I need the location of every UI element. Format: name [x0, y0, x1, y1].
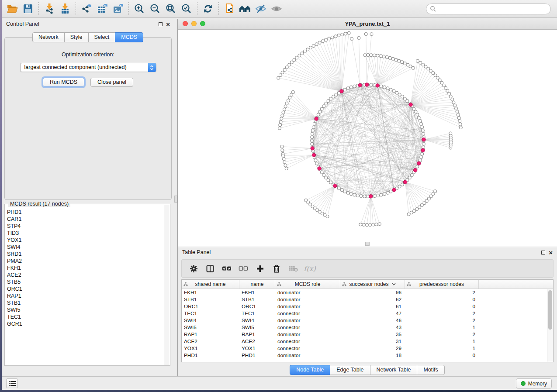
network-node[interactable]	[328, 37, 331, 40]
export-image-button[interactable]	[110, 1, 126, 16]
mcds-hub-node[interactable]	[369, 195, 373, 198]
table-row[interactable]: ORC1ORC1dominator610	[182, 303, 547, 310]
deselect-all-button[interactable]	[238, 263, 249, 274]
network-node[interactable]	[350, 38, 353, 41]
table-scrollbar[interactable]	[547, 289, 553, 362]
table-row[interactable]: SWI4SWI4dominator462	[182, 317, 547, 324]
network-node[interactable]	[347, 31, 350, 34]
network-node[interactable]	[285, 66, 288, 69]
network-node[interactable]	[321, 40, 324, 43]
mcds-hub-node[interactable]	[365, 83, 369, 86]
mcds-result-item[interactable]: GCR1	[5, 320, 164, 327]
table-row[interactable]: PHD1PHD1dominator180	[182, 352, 547, 359]
network-node[interactable]	[284, 164, 287, 167]
tab-motifs[interactable]: Motifs	[417, 365, 444, 375]
mcds-hub-node[interactable]	[358, 83, 362, 87]
network-node[interactable]	[309, 46, 312, 49]
network-node[interactable]	[359, 223, 362, 226]
table-row[interactable]: ACE2ACE2connector311	[182, 338, 547, 345]
network-node[interactable]	[312, 126, 315, 129]
network-node[interactable]	[379, 55, 382, 58]
network-node[interactable]	[443, 84, 446, 87]
network-node[interactable]	[343, 88, 346, 91]
network-node[interactable]	[282, 157, 285, 160]
close-panel-icon[interactable]: ×	[549, 251, 553, 254]
tab-network-table[interactable]: Network Table	[370, 365, 418, 375]
network-node[interactable]	[386, 87, 389, 90]
network-node[interactable]	[281, 71, 284, 74]
table-settings-button[interactable]	[188, 263, 199, 274]
network-node[interactable]	[340, 189, 343, 192]
show-all-button[interactable]	[269, 1, 284, 16]
network-node[interactable]	[298, 54, 301, 57]
network-node[interactable]	[335, 93, 338, 96]
mcds-result-item[interactable]: PMA2	[5, 258, 164, 265]
network-node[interactable]	[448, 92, 451, 95]
network-node[interactable]	[306, 48, 309, 51]
network-node[interactable]	[429, 69, 432, 72]
network-node[interactable]	[440, 81, 443, 84]
mcds-result-item[interactable]: TEC1	[5, 313, 164, 320]
network-node[interactable]	[281, 114, 284, 117]
network-node[interactable]	[334, 35, 337, 38]
network-node[interactable]	[392, 89, 395, 93]
network-node[interactable]	[311, 129, 315, 132]
network-node[interactable]	[284, 105, 287, 108]
network-node[interactable]	[398, 185, 401, 188]
network-node[interactable]	[403, 62, 406, 65]
network-node[interactable]	[326, 215, 329, 218]
mcds-hub-node[interactable]	[318, 167, 321, 170]
network-node[interactable]	[376, 54, 379, 57]
network-node[interactable]	[444, 86, 447, 89]
column-header-successor-nodes[interactable]: successor nodes	[340, 280, 405, 289]
horizontal-splitter-grip[interactable]	[365, 242, 370, 246]
network-node[interactable]	[407, 213, 410, 216]
network-node[interactable]	[419, 61, 422, 64]
network-node[interactable]	[406, 100, 409, 103]
network-node[interactable]	[455, 107, 458, 110]
table-row[interactable]: STB1STB1dominator620	[182, 296, 547, 303]
tab-network[interactable]: Network	[32, 32, 65, 42]
table-scrollbar-thumb[interactable]	[548, 290, 552, 330]
search-input[interactable]	[438, 4, 550, 13]
network-node[interactable]	[285, 102, 288, 105]
network-node[interactable]	[421, 126, 424, 129]
network-node[interactable]	[422, 129, 425, 132]
network-node[interactable]	[410, 174, 413, 177]
network-node[interactable]	[416, 113, 419, 116]
network-node[interactable]	[383, 86, 386, 89]
network-node[interactable]	[280, 117, 283, 120]
network-node[interactable]	[290, 93, 293, 96]
network-node[interactable]	[337, 187, 340, 190]
show-panels-button[interactable]	[6, 378, 18, 388]
mcds-result-scrollbar[interactable]	[164, 205, 170, 365]
column-header-predecessor-nodes[interactable]: predecessor nodes	[405, 280, 479, 289]
network-node[interactable]	[417, 116, 420, 119]
network-node[interactable]	[288, 63, 291, 66]
network-node[interactable]	[416, 165, 419, 168]
network-node[interactable]	[341, 33, 344, 36]
zoom-out-button[interactable]	[147, 1, 163, 16]
delete-button[interactable]	[271, 263, 282, 274]
network-node[interactable]	[427, 67, 430, 70]
network-node[interactable]	[457, 113, 460, 116]
network-node[interactable]	[422, 132, 425, 135]
run-mcds-button[interactable]: Run MCDS	[43, 78, 84, 87]
mcds-result-item[interactable]: TID3	[5, 230, 164, 237]
network-node[interactable]	[391, 57, 394, 60]
network-node[interactable]	[370, 83, 373, 86]
network-node[interactable]	[279, 74, 282, 77]
close-panel-button[interactable]: Close panel	[90, 78, 133, 87]
network-node[interactable]	[372, 223, 375, 226]
network-node[interactable]	[311, 142, 314, 145]
network-node[interactable]	[344, 32, 347, 35]
network-node[interactable]	[369, 224, 372, 227]
network-node[interactable]	[278, 127, 281, 130]
network-node[interactable]	[301, 52, 304, 55]
column-header-name[interactable]: name	[239, 280, 275, 289]
mcds-result-item[interactable]: STB5	[5, 279, 164, 285]
network-node[interactable]	[428, 197, 431, 200]
network-node[interactable]	[457, 117, 460, 120]
network-node[interactable]	[449, 132, 452, 135]
network-node[interactable]	[362, 223, 365, 226]
